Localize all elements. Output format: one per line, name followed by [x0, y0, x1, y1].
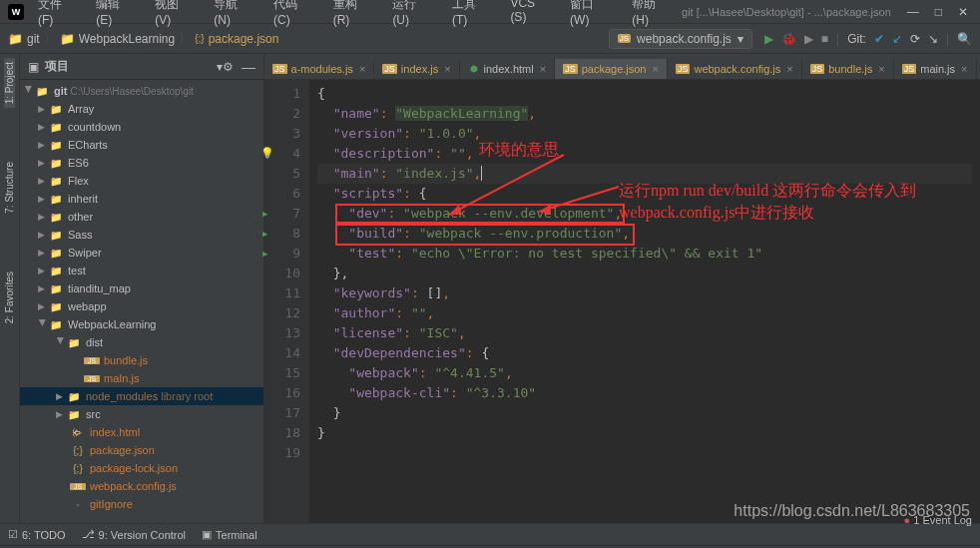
project-tree[interactable]: ▶📁git C:\Users\Hasee\Desktop\git ▶📁Array… [20, 80, 263, 523]
tree-folder[interactable]: ▶📁countdown [20, 118, 263, 136]
close-tab-icon[interactable]: × [961, 63, 967, 75]
git-label: Git: [847, 32, 866, 46]
editor-tab[interactable]: ⬢index.html× [460, 59, 556, 79]
minimize-button[interactable]: — [903, 5, 923, 19]
gear-icon[interactable]: ⚙ [223, 60, 234, 74]
tree-file-webpackconfig[interactable]: JSwebpack.config.js [20, 477, 263, 495]
editor-tab[interactable]: JSindex.js× [374, 59, 459, 79]
menu-nav[interactable]: 导航 (N) [208, 0, 263, 29]
close-tab-icon[interactable]: × [786, 63, 792, 75]
tree-folder[interactable]: ▶📁other [20, 208, 263, 226]
tree-folder-dist[interactable]: ▶📁dist [20, 333, 263, 351]
tree-folder[interactable]: ▶📁Flex [20, 172, 263, 190]
json-file-icon: {;} [195, 33, 204, 44]
code-editor[interactable]: 123💡456▶7▶8▶910111213141516171819 { "nam… [264, 80, 980, 523]
tree-folder[interactable]: ▶📁webapp [20, 297, 263, 315]
title-bar: W 文件 (F) 编辑 (E) 视图 (V) 导航 (N) 代码 (C) 重构 … [0, 0, 980, 24]
tree-folder[interactable]: ▶📁Array [20, 100, 263, 118]
gutter[interactable]: 123💡456▶7▶8▶910111213141516171819 [264, 80, 309, 523]
editor-tabs: JSa-modules.js×JSindex.js×⬢index.html×JS… [264, 54, 980, 80]
editor-area: JSa-modules.js×JSindex.js×⬢index.html×JS… [264, 54, 980, 523]
stop-button[interactable]: ■ [821, 32, 828, 46]
source[interactable]: { "name": "WebpackLearning", "version": … [309, 80, 980, 523]
breadcrumb-root[interactable]: git [27, 32, 40, 46]
maximize-button[interactable]: □ [931, 5, 946, 19]
menu-refactor[interactable]: 重构 (R) [327, 0, 383, 29]
tree-folder-node-modules[interactable]: ▶📁node_modules library root [20, 387, 263, 405]
close-button[interactable]: ✕ [954, 5, 972, 19]
tree-file-packagelock[interactable]: {;}package-lock.json [20, 459, 263, 477]
tree-folder[interactable]: ▶📁inherit [20, 190, 263, 208]
editor-tab[interactable]: JSpackage.json× [555, 59, 668, 79]
menu-code[interactable]: 代码 (C) [267, 0, 323, 29]
hide-panel-icon[interactable]: — [242, 59, 255, 75]
tree-folder[interactable]: ▶📁tianditu_map [20, 279, 263, 297]
todo-tool[interactable]: ☑6: TODO [8, 528, 66, 541]
editor-tab[interactable]: JSwebpack.config.js× [668, 59, 802, 79]
git-history-icon[interactable]: ⟳ [910, 32, 920, 46]
js-icon: JS [618, 34, 631, 43]
debug-button[interactable]: 🐞 [781, 32, 796, 46]
tree-file-bundle[interactable]: JSbundle.js [20, 351, 263, 369]
favorites-tool-tab[interactable]: 2: Favorites [4, 268, 15, 327]
menu-window[interactable]: 窗口 (W) [564, 0, 622, 29]
editor-tab[interactable]: JSa-modules.js× [264, 59, 374, 79]
tree-file-indexhtml[interactable]: 🙮index.html [20, 423, 263, 441]
menu-vcs[interactable]: VCS (S) [504, 0, 560, 29]
event-log-button[interactable]: ● 1 Event Log [904, 514, 972, 526]
breadcrumb-folder[interactable]: WebpackLearning [79, 32, 176, 46]
menu-edit[interactable]: 编辑 (E) [90, 0, 145, 29]
bottom-toolbar: ☑6: TODO ⎇9: Version Control ▣Terminal [0, 523, 980, 545]
folder-icon: ▣ [28, 60, 39, 74]
coverage-button[interactable]: ▶ [804, 32, 813, 46]
folder-icon: 📁 [60, 32, 75, 46]
project-panel: ▣ 项目 ▾ ⚙ — ▶📁git C:\Users\Hasee\Desktop\… [20, 54, 264, 523]
menu-tools[interactable]: 工具 (T) [446, 0, 500, 29]
git-commit-icon[interactable]: ✔ [874, 32, 884, 46]
tree-file-main[interactable]: JSmaIn.js [20, 369, 263, 387]
git-update-icon[interactable]: ↙ [892, 32, 902, 46]
tree-folder[interactable]: ▶📁Sass [20, 226, 263, 244]
close-tab-icon[interactable]: × [652, 63, 658, 75]
run-button[interactable]: ▶ [764, 32, 773, 46]
run-config-selector[interactable]: JS webpack.config.js ▾ [609, 29, 752, 49]
editor-tab[interactable]: JSmain.js× [894, 59, 977, 79]
menu-run[interactable]: 运行 (U) [386, 0, 442, 29]
window-title: git [...\Hasee\Desktop\git] - ...\packag… [682, 6, 891, 18]
editor-tab[interactable]: JSbundle.js× [802, 59, 894, 79]
terminal-tool[interactable]: ▣Terminal [202, 528, 257, 541]
tree-file-gitignore[interactable]: ◦gitIgnore [20, 495, 263, 513]
app-logo: W [8, 4, 24, 20]
structure-tool-tab[interactable]: 7: Structure [4, 158, 15, 218]
menu-file[interactable]: 文件 (F) [32, 0, 86, 29]
menu-bar: 文件 (F) 编辑 (E) 视图 (V) 导航 (N) 代码 (C) 重构 (R… [32, 0, 682, 29]
close-tab-icon[interactable]: × [540, 63, 546, 75]
tree-root[interactable]: ▶📁git C:\Users\Hasee\Desktop\git [20, 82, 263, 100]
tree-folder-src[interactable]: ▶📁src [20, 405, 263, 423]
close-tab-icon[interactable]: × [878, 63, 884, 75]
folder-icon: 📁 [8, 32, 23, 46]
tree-folder-webpacklearning[interactable]: ▶📁WebpackLearning [20, 315, 263, 333]
project-panel-title: 项目 [45, 58, 217, 75]
menu-view[interactable]: 视图 (V) [149, 0, 204, 29]
search-icon[interactable]: 🔍 [957, 32, 972, 46]
breadcrumb-file[interactable]: package.json [209, 32, 279, 46]
vcs-tool[interactable]: ⎇9: Version Control [82, 528, 186, 541]
git-revert-icon[interactable]: ↘ [928, 32, 938, 46]
close-tab-icon[interactable]: × [359, 63, 365, 75]
tree-file-package[interactable]: {;}package.json [20, 441, 263, 459]
menu-help[interactable]: 帮助 (H) [626, 0, 682, 29]
tree-folder[interactable]: ▶📁test [20, 262, 263, 279]
close-tab-icon[interactable]: × [444, 63, 450, 75]
tree-folder[interactable]: ▶📁ES6 [20, 154, 263, 172]
project-tool-tab[interactable]: 1: Project [4, 58, 15, 108]
tree-folder[interactable]: ▶📁Swiper [20, 244, 263, 262]
tree-folder[interactable]: ▶📁ECharts [20, 136, 263, 154]
left-tool-stripe: 1: Project 7: Structure 2: Favorites [0, 54, 20, 523]
breadcrumb: 📁 git 〉 📁 WebpackLearning 〉 {;} package.… [8, 30, 278, 47]
